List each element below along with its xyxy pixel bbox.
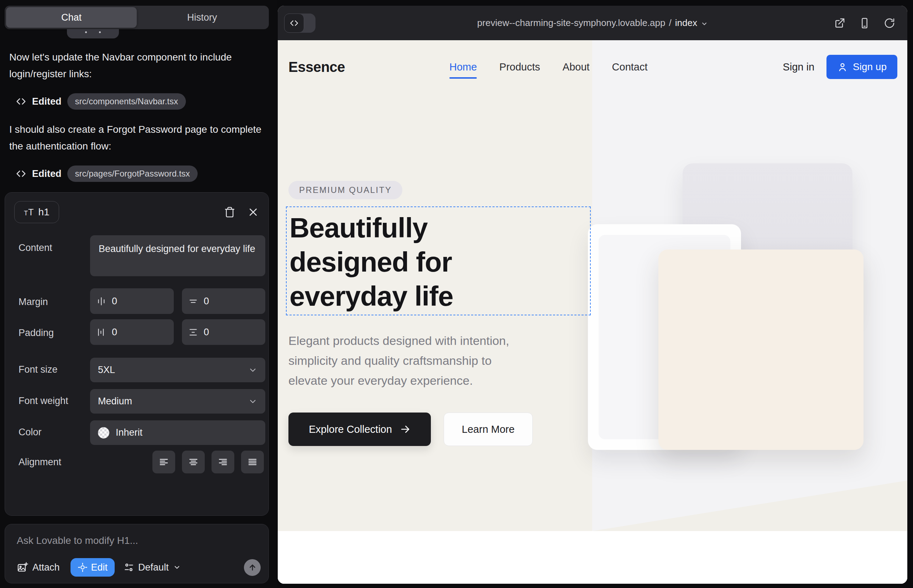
margin-x-input[interactable]: 0 [90, 288, 174, 314]
section-below-hero [278, 531, 907, 584]
content-input[interactable]: Beautifully designed for everyday life [90, 235, 265, 276]
nav-link-products[interactable]: Products [499, 61, 540, 73]
close-editor-button[interactable] [246, 205, 261, 220]
close-icon [248, 207, 259, 218]
edited-file-row[interactable]: Edited src/components/Navbar.tsx [16, 93, 186, 110]
sliders-icon [124, 562, 134, 572]
alignment-group [152, 451, 264, 473]
composer-input[interactable]: Ask Lovable to modify H1... [17, 535, 138, 546]
hero-heading[interactable]: Beautifully designed for everyday life [290, 211, 453, 313]
hero-paragraph: Elegant products designed with intention… [288, 331, 509, 391]
align-right-icon [218, 457, 228, 467]
mode-select[interactable]: Default [124, 562, 181, 573]
align-justify-icon [247, 457, 258, 467]
send-button[interactable] [244, 559, 261, 576]
external-link-icon [834, 18, 845, 29]
margin-y-icon [188, 297, 198, 306]
margin-y-input[interactable]: 0 [182, 288, 265, 314]
align-right-button[interactable] [212, 451, 234, 473]
font-size-label: Font size [18, 364, 58, 375]
edit-target-icon [78, 562, 87, 572]
path-separator: / [669, 18, 672, 29]
align-left-button[interactable] [152, 451, 175, 473]
chevron-down-icon [248, 397, 257, 406]
attach-image-icon [17, 562, 28, 573]
color-select[interactable]: Inherit [90, 420, 265, 445]
arrow-right-icon [400, 424, 411, 435]
selected-element-tag[interactable]: TT h1 [14, 201, 59, 223]
nav-links: Home Products About Contact [449, 40, 648, 94]
padding-y-icon [188, 328, 198, 337]
nav-link-home[interactable]: Home [449, 61, 477, 73]
user-icon [837, 61, 848, 72]
chat-composer: Ask Lovable to modify H1... Attach Edit … [5, 524, 269, 583]
font-weight-select[interactable]: Medium [90, 389, 265, 414]
nav-link-about[interactable]: About [563, 61, 590, 73]
font-weight-label: Font weight [18, 396, 68, 407]
decorative-card-cream [659, 249, 863, 450]
preview-toolbar: preview--charming-site-symphony.lovable.… [278, 6, 907, 40]
file-chip[interactable]: src/pages/ForgotPassword.tsx [67, 165, 198, 182]
hero-badge: PREMIUM QUALITY [288, 181, 402, 199]
padding-x-input[interactable]: 0 [90, 319, 174, 345]
chat-history-tabs: Chat History [5, 6, 269, 29]
align-center-icon [188, 457, 199, 467]
site-navbar: Essence Home Products About Contact Sign… [278, 40, 907, 94]
typography-icon: TT [24, 207, 34, 218]
file-chip[interactable]: src/components/Navbar.tsx [67, 93, 186, 110]
font-size-select[interactable]: 5XL [90, 358, 265, 382]
code-icon [284, 13, 304, 33]
edited-file-row[interactable]: Edited src/pages/ForgotPassword.tsx [16, 165, 197, 182]
send-arrow-icon [248, 563, 257, 572]
page-name: index [675, 18, 697, 29]
margin-label: Margin [18, 297, 48, 307]
preview-window: preview--charming-site-symphony.lovable.… [278, 6, 907, 584]
code-icon [16, 168, 26, 179]
sign-in-link[interactable]: Sign in [783, 61, 814, 73]
site-canvas: Essence Home Products About Contact Sign… [278, 40, 907, 584]
mobile-icon [859, 18, 870, 29]
chat-message: I should also create a Forgot Password p… [9, 121, 267, 155]
chevron-down-icon [701, 20, 708, 27]
trash-icon [224, 207, 235, 218]
align-center-button[interactable] [182, 451, 205, 473]
edited-label: Edited [32, 96, 62, 107]
align-justify-button[interactable] [241, 451, 264, 473]
chevron-down-icon [248, 365, 257, 375]
chat-message: Now let's update the Navbar component to… [9, 49, 267, 82]
color-swatch [98, 427, 109, 438]
open-external-button[interactable] [834, 18, 845, 29]
delete-element-button[interactable] [222, 205, 237, 220]
color-label: Color [18, 427, 42, 438]
content-label: Content [18, 242, 52, 254]
edit-mode-button[interactable]: Edit [71, 558, 115, 577]
preview-url: preview--charming-site-symphony.lovable.… [477, 18, 665, 29]
code-icon [16, 96, 26, 107]
edited-label: Edited [32, 168, 62, 179]
element-tag-label: h1 [39, 207, 50, 218]
left-panel: Chat History Now let's update the Navbar… [0, 0, 277, 588]
margin-x-icon [97, 297, 106, 306]
chevron-down-icon [173, 564, 181, 571]
sign-up-button[interactable]: Sign up [826, 55, 897, 79]
padding-y-input[interactable]: 0 [182, 319, 265, 345]
url-bar[interactable]: preview--charming-site-symphony.lovable.… [477, 18, 708, 29]
alignment-label: Alignment [18, 457, 61, 468]
refresh-button[interactable] [884, 18, 895, 29]
mobile-view-button[interactable] [859, 18, 870, 29]
refresh-icon [884, 18, 895, 29]
tab-history[interactable]: History [137, 7, 267, 28]
nav-link-contact[interactable]: Contact [612, 61, 648, 73]
scrolled-chip-partial[interactable] [67, 29, 119, 39]
element-editor-panel: TT h1 Content Beautifully designed for e… [5, 192, 269, 516]
site-logo[interactable]: Essence [288, 40, 345, 94]
attach-button[interactable]: Attach [17, 562, 60, 573]
learn-more-button[interactable]: Learn More [444, 412, 533, 446]
align-left-icon [159, 457, 169, 467]
code-preview-toggle[interactable] [284, 13, 316, 33]
tab-chat[interactable]: Chat [6, 7, 137, 28]
padding-label: Padding [18, 328, 54, 339]
explore-collection-button[interactable]: Explore Collection [288, 412, 431, 446]
padding-x-icon [97, 328, 106, 337]
